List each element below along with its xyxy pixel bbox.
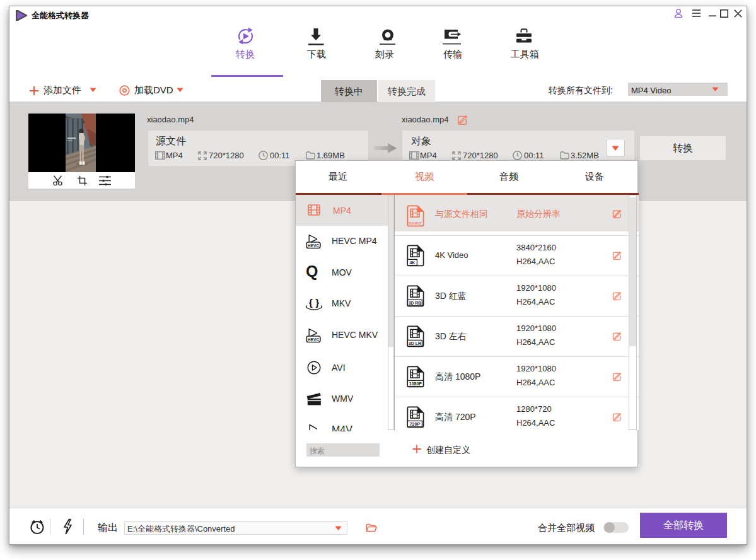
- svg-text:4K: 4K: [409, 260, 415, 265]
- svg-text:HEVC: HEVC: [308, 243, 320, 248]
- svg-text:3D LR: 3D LR: [409, 341, 421, 346]
- svg-text:HEVC: HEVC: [308, 337, 320, 342]
- svg-text:3D RB: 3D RB: [408, 301, 421, 305]
- svg-text:{ }: { }: [309, 297, 319, 308]
- svg-text:1080P: 1080P: [409, 382, 422, 386]
- svg-text:source: source: [409, 221, 422, 225]
- svg-text:720P: 720P: [410, 422, 421, 426]
